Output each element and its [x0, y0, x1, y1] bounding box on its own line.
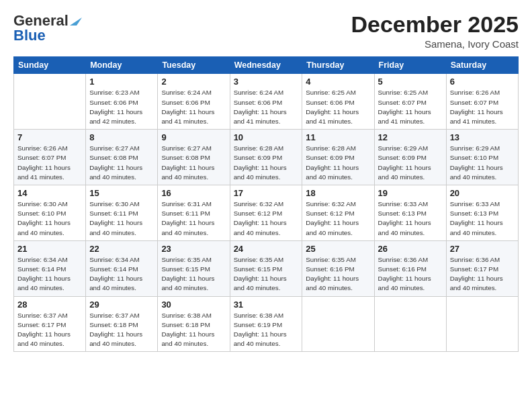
day-info: Sunrise: 6:33 AM Sunset: 6:13 PM Dayligh…: [378, 199, 443, 238]
calendar-cell: 12Sunrise: 6:29 AM Sunset: 6:09 PM Dayli…: [374, 130, 446, 185]
calendar-cell: 6Sunrise: 6:26 AM Sunset: 6:07 PM Daylig…: [446, 74, 518, 130]
header-thursday: Thursday: [302, 57, 374, 74]
day-number: 12: [378, 132, 443, 142]
header-friday: Friday: [374, 57, 446, 74]
day-number: 22: [89, 244, 154, 254]
day-info: Sunrise: 6:28 AM Sunset: 6:09 PM Dayligh…: [306, 144, 370, 182]
logo: General Blue: [13, 12, 82, 44]
calendar-cell: 30Sunrise: 6:38 AM Sunset: 6:18 PM Dayli…: [158, 296, 230, 352]
calendar-cell: 13Sunrise: 6:29 AM Sunset: 6:10 PM Dayli…: [446, 130, 518, 185]
day-info: Sunrise: 6:33 AM Sunset: 6:13 PM Dayligh…: [450, 199, 515, 238]
calendar-cell: 9Sunrise: 6:27 AM Sunset: 6:08 PM Daylig…: [158, 130, 230, 185]
calendar-cell: 1Sunrise: 6:23 AM Sunset: 6:06 PM Daylig…: [86, 74, 158, 130]
calendar-cell: [302, 296, 374, 352]
calendar-cell: 31Sunrise: 6:38 AM Sunset: 6:19 PM Dayli…: [230, 296, 302, 352]
calendar-cell: 29Sunrise: 6:37 AM Sunset: 6:18 PM Dayli…: [86, 296, 158, 352]
day-number: 4: [306, 77, 370, 87]
day-info: Sunrise: 6:26 AM Sunset: 6:07 PM Dayligh…: [450, 88, 515, 126]
header: General Blue December 2025 Samena, Ivory…: [13, 12, 519, 50]
day-info: Sunrise: 6:24 AM Sunset: 6:06 PM Dayligh…: [234, 88, 299, 126]
page: General Blue December 2025 Samena, Ivory…: [0, 0, 532, 411]
week-row-4: 28Sunrise: 6:37 AM Sunset: 6:17 PM Dayli…: [14, 296, 519, 352]
logo-bird-icon: [70, 13, 82, 27]
day-number: 18: [306, 188, 370, 198]
day-number: 20: [450, 188, 515, 198]
calendar-cell: 2Sunrise: 6:24 AM Sunset: 6:06 PM Daylig…: [158, 74, 230, 130]
calendar-cell: 14Sunrise: 6:30 AM Sunset: 6:10 PM Dayli…: [14, 185, 86, 241]
day-info: Sunrise: 6:24 AM Sunset: 6:06 PM Dayligh…: [161, 88, 226, 126]
day-info: Sunrise: 6:32 AM Sunset: 6:12 PM Dayligh…: [234, 199, 299, 238]
calendar-cell: [446, 296, 518, 352]
day-number: 29: [89, 300, 154, 310]
day-info: Sunrise: 6:35 AM Sunset: 6:15 PM Dayligh…: [161, 255, 226, 293]
calendar-cell: 17Sunrise: 6:32 AM Sunset: 6:12 PM Dayli…: [230, 185, 302, 241]
day-info: Sunrise: 6:36 AM Sunset: 6:16 PM Dayligh…: [378, 255, 443, 293]
calendar-cell: 24Sunrise: 6:35 AM Sunset: 6:15 PM Dayli…: [230, 240, 302, 296]
day-number: 24: [234, 244, 299, 254]
day-number: 23: [161, 244, 226, 254]
day-number: 9: [161, 132, 226, 142]
week-row-3: 21Sunrise: 6:34 AM Sunset: 6:14 PM Dayli…: [14, 240, 519, 296]
calendar-cell: 5Sunrise: 6:25 AM Sunset: 6:07 PM Daylig…: [374, 74, 446, 130]
day-number: 8: [89, 132, 154, 142]
calendar-cell: 18Sunrise: 6:32 AM Sunset: 6:12 PM Dayli…: [302, 185, 374, 241]
day-info: Sunrise: 6:38 AM Sunset: 6:18 PM Dayligh…: [161, 311, 226, 349]
day-number: 25: [306, 244, 370, 254]
day-info: Sunrise: 6:35 AM Sunset: 6:15 PM Dayligh…: [234, 255, 299, 293]
day-number: 14: [17, 188, 82, 198]
day-number: 19: [378, 188, 443, 198]
calendar-cell: 25Sunrise: 6:35 AM Sunset: 6:16 PM Dayli…: [302, 240, 374, 296]
day-info: Sunrise: 6:35 AM Sunset: 6:16 PM Dayligh…: [306, 255, 370, 293]
day-info: Sunrise: 6:27 AM Sunset: 6:08 PM Dayligh…: [161, 144, 226, 182]
calendar-cell: 22Sunrise: 6:34 AM Sunset: 6:14 PM Dayli…: [86, 240, 158, 296]
day-info: Sunrise: 6:28 AM Sunset: 6:09 PM Dayligh…: [234, 144, 299, 182]
day-number: 2: [161, 77, 226, 87]
header-tuesday: Tuesday: [158, 57, 230, 74]
day-info: Sunrise: 6:36 AM Sunset: 6:17 PM Dayligh…: [450, 255, 515, 293]
day-info: Sunrise: 6:25 AM Sunset: 6:07 PM Dayligh…: [378, 88, 443, 126]
header-wednesday: Wednesday: [230, 57, 302, 74]
day-info: Sunrise: 6:37 AM Sunset: 6:17 PM Dayligh…: [17, 311, 82, 349]
day-number: 28: [17, 300, 82, 310]
calendar-cell: [14, 74, 86, 130]
header-sunday: Sunday: [14, 57, 86, 74]
svg-marker-0: [70, 17, 82, 26]
calendar-cell: 26Sunrise: 6:36 AM Sunset: 6:16 PM Dayli…: [374, 240, 446, 296]
week-row-2: 14Sunrise: 6:30 AM Sunset: 6:10 PM Dayli…: [14, 185, 519, 241]
calendar-cell: 23Sunrise: 6:35 AM Sunset: 6:15 PM Dayli…: [158, 240, 230, 296]
day-number: 6: [450, 77, 515, 87]
day-number: 1: [89, 77, 154, 87]
calendar-cell: 15Sunrise: 6:30 AM Sunset: 6:11 PM Dayli…: [86, 185, 158, 241]
day-info: Sunrise: 6:30 AM Sunset: 6:11 PM Dayligh…: [89, 199, 154, 238]
day-info: Sunrise: 6:29 AM Sunset: 6:09 PM Dayligh…: [378, 144, 443, 182]
day-number: 7: [17, 132, 82, 142]
day-number: 16: [161, 188, 226, 198]
calendar: SundayMondayTuesdayWednesdayThursdayFrid…: [13, 56, 519, 352]
calendar-cell: 20Sunrise: 6:33 AM Sunset: 6:13 PM Dayli…: [446, 185, 518, 241]
day-info: Sunrise: 6:32 AM Sunset: 6:12 PM Dayligh…: [306, 199, 370, 238]
calendar-cell: 16Sunrise: 6:31 AM Sunset: 6:11 PM Dayli…: [158, 185, 230, 241]
header-monday: Monday: [86, 57, 158, 74]
calendar-cell: 8Sunrise: 6:27 AM Sunset: 6:08 PM Daylig…: [86, 130, 158, 185]
day-number: 30: [161, 300, 226, 310]
calendar-cell: 27Sunrise: 6:36 AM Sunset: 6:17 PM Dayli…: [446, 240, 518, 296]
calendar-header-row: SundayMondayTuesdayWednesdayThursdayFrid…: [14, 57, 519, 74]
day-number: 11: [306, 132, 370, 142]
day-number: 17: [234, 188, 299, 198]
calendar-cell: 7Sunrise: 6:26 AM Sunset: 6:07 PM Daylig…: [14, 130, 86, 185]
calendar-cell: 4Sunrise: 6:25 AM Sunset: 6:06 PM Daylig…: [302, 74, 374, 130]
day-info: Sunrise: 6:34 AM Sunset: 6:14 PM Dayligh…: [17, 255, 82, 293]
calendar-cell: 21Sunrise: 6:34 AM Sunset: 6:14 PM Dayli…: [14, 240, 86, 296]
day-info: Sunrise: 6:27 AM Sunset: 6:08 PM Dayligh…: [89, 144, 154, 182]
day-info: Sunrise: 6:38 AM Sunset: 6:19 PM Dayligh…: [234, 311, 299, 349]
calendar-cell: 3Sunrise: 6:24 AM Sunset: 6:06 PM Daylig…: [230, 74, 302, 130]
day-info: Sunrise: 6:25 AM Sunset: 6:06 PM Dayligh…: [306, 88, 370, 126]
header-saturday: Saturday: [446, 57, 518, 74]
week-row-0: 1Sunrise: 6:23 AM Sunset: 6:06 PM Daylig…: [14, 74, 519, 130]
calendar-cell: [374, 296, 446, 352]
day-number: 13: [450, 132, 515, 142]
week-row-1: 7Sunrise: 6:26 AM Sunset: 6:07 PM Daylig…: [14, 130, 519, 185]
day-number: 10: [234, 132, 299, 142]
day-number: 5: [378, 77, 443, 87]
day-number: 21: [17, 244, 82, 254]
